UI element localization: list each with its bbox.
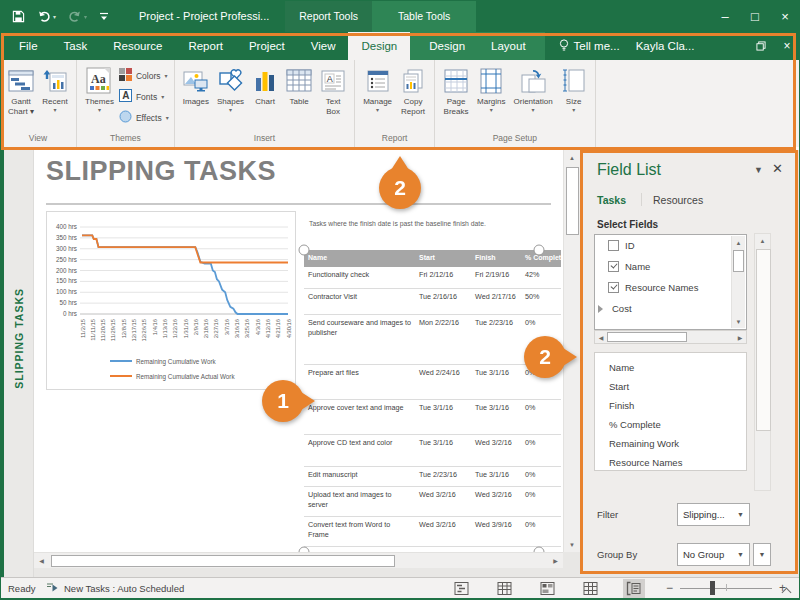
menu-tab-view[interactable]: View xyxy=(298,32,349,60)
selected-field-complete[interactable]: % Complete xyxy=(595,415,746,434)
selection-handle-bottom-right[interactable] xyxy=(534,547,545,553)
ribbon-button-fonts[interactable]: AFonts▾ xyxy=(119,88,169,105)
menu-tab-project[interactable]: Project xyxy=(236,32,298,60)
group-by-extra-dropdown[interactable]: ▼ xyxy=(753,543,771,566)
ribbon-button-images[interactable]: Images xyxy=(180,63,212,130)
scroll-up-icon[interactable]: ▲ xyxy=(564,150,580,165)
scroll-up-icon[interactable]: ▲ xyxy=(732,236,745,249)
ribbon-button-gantt-chart[interactable]: GanttChart ▾ xyxy=(5,63,37,130)
expand-triangle-icon[interactable] xyxy=(598,305,603,313)
horizontal-scrollbar-thumb[interactable] xyxy=(51,555,395,567)
ribbon-button-size[interactable]: Size▾ xyxy=(558,63,590,130)
selection-handle-bottom-left[interactable] xyxy=(299,547,310,553)
scroll-right-icon[interactable]: ▶ xyxy=(734,331,746,343)
ribbon-button-colors[interactable]: Colors▾ xyxy=(119,67,169,84)
selected-field-finish[interactable]: Finish xyxy=(595,396,746,415)
selection-handle-top-left[interactable] xyxy=(299,245,310,256)
menu-tab-file[interactable]: File xyxy=(6,32,51,60)
scroll-down-icon[interactable]: ▼ xyxy=(732,315,745,328)
save-icon[interactable] xyxy=(12,10,25,23)
new-tasks-status[interactable]: New Tasks : Auto Scheduled xyxy=(46,582,184,594)
close-icon[interactable]: × xyxy=(770,0,800,32)
field-checkbox-resource-names[interactable] xyxy=(608,282,619,293)
ribbon-button-table[interactable]: Table xyxy=(283,63,315,130)
horizontal-scrollbar[interactable]: ◀ ▶ xyxy=(34,552,563,568)
vertical-scrollbar-thumb[interactable] xyxy=(566,167,579,235)
context-tab-design[interactable]: Design xyxy=(416,32,478,60)
ribbon-button-manage[interactable]: Manage▾ xyxy=(360,63,395,130)
restore-window-icon[interactable] xyxy=(748,32,774,60)
menu-tab-design[interactable]: Design xyxy=(348,32,410,60)
table-row[interactable]: Edit manuscriptTue 2/23/16Tue 3/1/160% xyxy=(304,467,561,487)
ribbon-button-orientation[interactable]: Orientation▾ xyxy=(511,63,556,130)
field-list-tab-resources[interactable]: Resources xyxy=(653,194,703,206)
context-tab-layout[interactable]: Layout xyxy=(478,32,539,60)
scroll-left-icon[interactable]: ◀ xyxy=(34,553,49,568)
ribbon-button-recent[interactable]: Recent▾ xyxy=(39,63,71,130)
panel-scrollbar-thumb[interactable] xyxy=(756,249,771,431)
menu-tab-report[interactable]: Report xyxy=(175,32,236,60)
ribbon-button-effects[interactable]: Effects▾ xyxy=(119,109,169,126)
report-view-icon[interactable] xyxy=(623,579,645,598)
minimize-icon[interactable]: – xyxy=(710,0,740,32)
ribbon-button-page-breaks[interactable]: PageBreaks xyxy=(440,63,472,130)
task-usage-view-icon[interactable] xyxy=(494,579,516,598)
ribbon-button-copy-report[interactable]: CopyReport xyxy=(397,63,429,130)
report-table[interactable]: NameStartFinish% Complete Functionality … xyxy=(304,250,561,552)
field-item-resource-names[interactable]: Resource Names xyxy=(595,277,746,298)
field-tree-scrollbar-thumb[interactable] xyxy=(733,250,744,272)
user-account[interactable]: Kayla Cla... xyxy=(636,32,695,60)
panel-options-chevron-icon[interactable]: ▼ xyxy=(754,165,763,175)
scroll-left-icon[interactable]: ◀ xyxy=(595,331,607,343)
table-row[interactable]: Contractor VisitTue 2/16/16Wed 2/17/1650… xyxy=(304,289,561,315)
field-tree-scrollbar[interactable]: ▲ ▼ xyxy=(731,236,745,328)
selected-field-start[interactable]: Start xyxy=(595,377,746,396)
tell-me-box[interactable]: Tell me... xyxy=(559,32,620,60)
close-icon[interactable]: × xyxy=(774,32,800,60)
collapse-ribbon-icon[interactable] xyxy=(783,586,791,594)
field-item-name[interactable]: Name xyxy=(595,256,746,277)
ribbon-button-margins[interactable]: Margins▾ xyxy=(474,63,508,130)
field-tree-horizontal-scrollbar[interactable]: ◀ ▶ xyxy=(594,330,747,344)
menu-tab-task[interactable]: Task xyxy=(51,32,101,60)
selected-field-resource-names[interactable]: Resource Names xyxy=(595,453,746,471)
table-row[interactable]: Functionality checkFri 2/12/16Fri 2/19/1… xyxy=(304,267,561,289)
gantt-view-icon[interactable] xyxy=(451,579,473,598)
field-item-cost[interactable]: Cost xyxy=(595,298,746,319)
ribbon-button-themes[interactable]: AaThemes▾ xyxy=(82,63,117,130)
ribbon-button-chart[interactable]: Chart xyxy=(249,63,281,130)
field-item-id[interactable]: ID xyxy=(595,235,746,256)
selected-field-remaining-work[interactable]: Remaining Work xyxy=(595,434,746,453)
field-checkbox-id[interactable] xyxy=(608,240,619,251)
selection-handle-top-right[interactable] xyxy=(534,245,545,256)
scroll-down-icon[interactable]: ▼ xyxy=(564,537,580,552)
filter-dropdown[interactable]: Slipping... ▼ xyxy=(677,503,750,526)
field-checkbox-name[interactable] xyxy=(608,261,619,272)
table-row[interactable]: Prepare art filesWed 2/24/16Tue 3/1/160% xyxy=(304,365,561,400)
selected-field-name[interactable]: Name xyxy=(595,358,746,377)
undo-icon[interactable]: ▾ xyxy=(37,10,56,22)
zoom-out-icon[interactable]: − xyxy=(666,581,673,595)
table-row[interactable]: Approve cover text and imageTue 3/1/16Tu… xyxy=(304,400,561,435)
panel-scrollbar[interactable]: ▲ xyxy=(754,233,771,491)
team-planner-view-icon[interactable] xyxy=(537,579,559,598)
field-tree-hscroll-thumb[interactable] xyxy=(607,332,687,342)
zoom-slider-thumb[interactable] xyxy=(710,581,715,595)
report-canvas[interactable]: SLIPPING TASKS 400 hrs350 hrs300 hrs250 … xyxy=(34,150,563,552)
sheet-view-icon[interactable] xyxy=(580,579,602,598)
field-list-tab-tasks[interactable]: Tasks xyxy=(597,194,626,206)
scroll-right-icon[interactable]: ▶ xyxy=(548,553,563,568)
table-row[interactable]: Upload text and images to serverWed 3/2/… xyxy=(304,487,561,517)
table-row[interactable]: Convert text from Word to FrameWed 3/2/1… xyxy=(304,517,561,547)
panel-close-icon[interactable]: ✕ xyxy=(772,161,783,176)
table-row[interactable]: Approve CD text and colorTue 3/1/16Wed 3… xyxy=(304,435,561,467)
zoom-slider[interactable] xyxy=(680,581,772,595)
customize-quick-access-icon[interactable] xyxy=(99,11,109,22)
scroll-up-icon[interactable]: ▲ xyxy=(755,234,770,248)
menu-tab-resource[interactable]: Resource xyxy=(100,32,175,60)
maximize-icon[interactable]: □ xyxy=(740,0,770,32)
ribbon-button-text-box[interactable]: ATextBox xyxy=(317,63,349,130)
group-by-dropdown[interactable]: No Group ▼ xyxy=(677,543,750,566)
ribbon-button-shapes[interactable]: Shapes▾ xyxy=(214,63,247,130)
table-row[interactable]: Send courseware and images to publisherM… xyxy=(304,315,561,365)
